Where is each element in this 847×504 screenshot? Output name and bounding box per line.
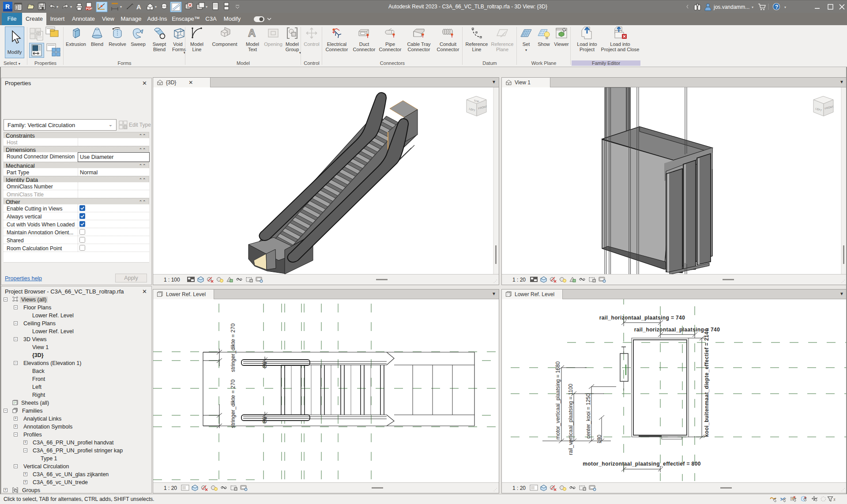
svg-text:PDF: PDF: [86, 7, 93, 10]
svg-text:A: A: [248, 27, 256, 39]
svg-text:▾: ▾: [206, 5, 207, 9]
svg-text:center_kooi = 1250: center_kooi = 1250: [585, 393, 591, 439]
svg-text:rail_horizontaal_plaatsing = 7: rail_horizontaal_plaatsing = 740: [599, 315, 685, 321]
svg-text:▾: ▾: [120, 5, 122, 9]
svg-text::0: :0: [833, 497, 835, 502]
svg-text:?: ?: [775, 4, 778, 10]
svg-text:stringer_dikte = 270: stringer_dikte = 270: [230, 323, 236, 372]
svg-text:180: 180: [596, 435, 602, 444]
svg-text:kooi_buitenmaat_diepte_effecti: kooi_buitenmaat_diepte_effectief = 2140: [704, 328, 710, 437]
svg-text:rail_verticaal_plaatsing = 110: rail_verticaal_plaatsing = 1100: [568, 384, 574, 455]
svg-text:stringer_dikte = 270: stringer_dikte = 270: [230, 380, 236, 428]
svg-text:▾: ▾: [155, 5, 157, 9]
svg-text:R: R: [5, 3, 10, 10]
svg-text:▾: ▾: [56, 5, 58, 9]
svg-text:A: A: [136, 3, 141, 11]
svg-text:▾: ▾: [752, 5, 753, 9]
svg-text:motor_horizontaal_plaatsing_ef: motor_horizontaal_plaatsing_effectief = …: [583, 461, 701, 467]
svg-text:motor_verticaal_plaatsing = 16: motor_verticaal_plaatsing = 1680: [555, 361, 561, 440]
svg-text:80: 80: [262, 417, 268, 423]
svg-text:jos.vandamm...: jos.vandamm...: [713, 4, 749, 10]
svg-text:▾: ▾: [70, 5, 72, 9]
svg-text:▾: ▾: [784, 5, 786, 9]
svg-text:80: 80: [262, 362, 268, 368]
